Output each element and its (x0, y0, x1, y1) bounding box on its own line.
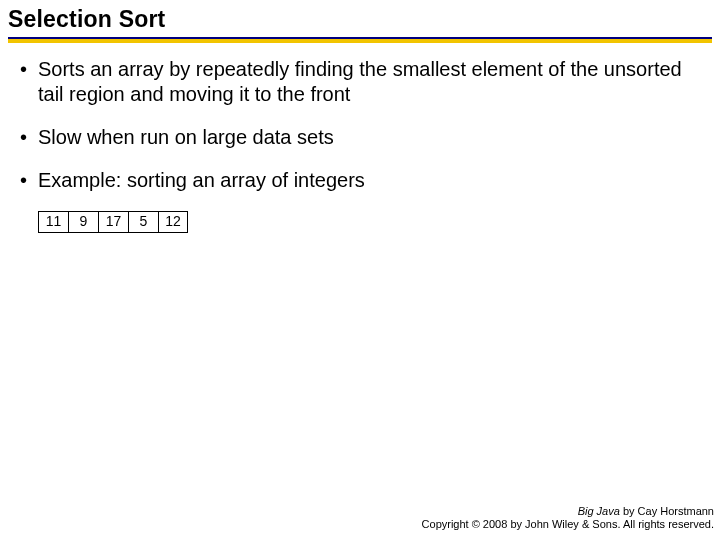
rule-gold (8, 39, 712, 43)
slide: Selection Sort Sorts an array by repeate… (0, 0, 720, 540)
bullet-item: Example: sorting an array of integers (20, 168, 700, 193)
slide-body: Sorts an array by repeatedly finding the… (0, 47, 720, 233)
bullet-item: Sorts an array by repeatedly finding the… (20, 57, 700, 107)
book-title: Big Java (578, 505, 620, 517)
array-cell: 9 (68, 211, 98, 233)
bullet-list: Sorts an array by repeatedly finding the… (20, 57, 700, 193)
array-row: 11 9 17 5 12 (38, 211, 700, 233)
bullet-item: Slow when run on large data sets (20, 125, 700, 150)
footer: Big Java by Cay Horstmann Copyright © 20… (422, 505, 714, 533)
title-area: Selection Sort (0, 0, 720, 47)
array-cell: 11 (38, 211, 68, 233)
footer-line-1: Big Java by Cay Horstmann (422, 505, 714, 519)
array-cell: 17 (98, 211, 128, 233)
array-cell: 12 (158, 211, 188, 233)
footer-line-2: Copyright © 2008 by John Wiley & Sons. A… (422, 518, 714, 532)
array-cell: 5 (128, 211, 158, 233)
slide-title: Selection Sort (8, 6, 712, 33)
author-text: by Cay Horstmann (620, 505, 714, 517)
